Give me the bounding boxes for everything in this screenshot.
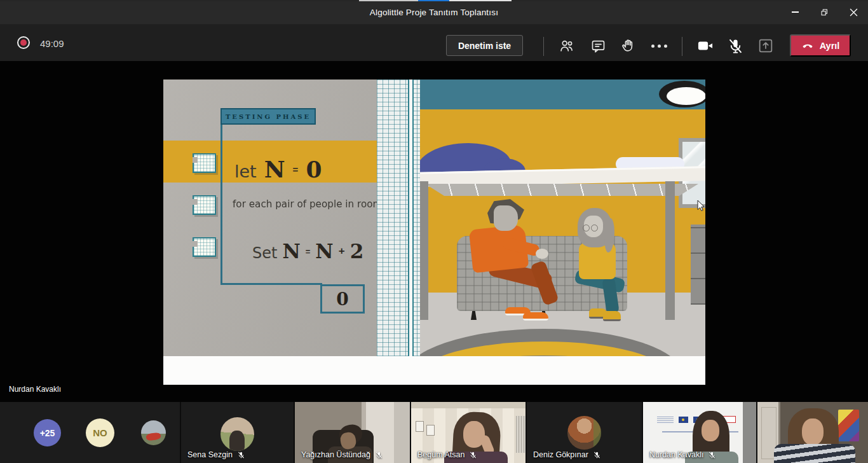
more-options-button[interactable] (648, 35, 670, 57)
teams-meeting-window: Algolittle Proje Tanıtım Toplantısı 49:0… (0, 0, 868, 463)
window-title: Algolittle Proje Tanıtım Toplantısı (370, 8, 498, 17)
mic-muted-icon (237, 451, 245, 459)
nameplate: Nurdan Kavaklı (649, 450, 716, 459)
algorithm-step-2: for each pair of people in room (233, 198, 369, 210)
toolbar-divider (682, 37, 682, 56)
man-character (470, 199, 565, 321)
participant-tile-sena-sezgin[interactable]: Sena Sezgin (181, 402, 294, 463)
slide-bottom-margin (163, 356, 705, 385)
flow-line-horizontal (220, 283, 322, 285)
close-icon (850, 8, 858, 17)
participant-tile-yagizhan-ustundag[interactable]: Yağızhan Üstündağ (295, 402, 410, 463)
participant-tile-deniz-gokpinar[interactable]: Deniz Gökpınar (527, 402, 642, 463)
meeting-toolbar: 49:09 Denetim iste (0, 24, 868, 61)
cartoon-scene: TESTING PHASE let N = 0 for each pair of… (163, 79, 705, 356)
background-window-strip (0, 0, 868, 1)
close-button[interactable] (839, 0, 868, 24)
dresser (691, 225, 705, 305)
raise-hand-button[interactable] (618, 35, 639, 57)
video-person (802, 418, 824, 445)
participant-tile-nurdan-kavakli[interactable]: Nurdan Kavaklı (643, 402, 756, 463)
toolbar-divider (543, 37, 544, 56)
restore-button[interactable] (810, 0, 839, 24)
overflow-count-badge[interactable]: +25 (34, 419, 61, 446)
mic-muted-icon (708, 451, 716, 459)
initials-avatar[interactable]: NO (86, 418, 114, 447)
participants-icon (558, 38, 575, 55)
leave-call-icon (801, 39, 814, 52)
counter-box: 0 (320, 284, 365, 314)
title-bar: Algolittle Proje Tanıtım Toplantısı (0, 0, 868, 24)
leave-button[interactable]: Ayrıl (790, 34, 851, 57)
mic-toggle-button[interactable] (724, 35, 746, 57)
living-room (420, 79, 705, 356)
nameplate: Deniz Gökpınar (533, 450, 601, 459)
photo-avatar[interactable] (141, 420, 166, 445)
participant-name: Deniz Gökpınar (533, 450, 588, 459)
chat-icon (590, 38, 607, 55)
woman-character (565, 208, 641, 321)
background-active-tab-segment (418, 0, 449, 1)
participant-filmstrip: +25 NO Sena Sezgin Yağızhan Üstünda (0, 402, 868, 463)
ceiling-lamp (659, 81, 705, 107)
share-screen-icon (757, 37, 775, 55)
nameplate: Sena Sezgin (187, 450, 245, 459)
wall-poster (838, 410, 859, 441)
shared-slide: TESTING PHASE let N = 0 for each pair of… (163, 79, 705, 385)
nameplate: Begüm Atsan (417, 450, 477, 459)
window-controls (780, 0, 868, 24)
flow-line-vertical (220, 125, 222, 284)
avatar (220, 417, 254, 451)
camera-toggle-button[interactable] (695, 35, 716, 57)
avatar (567, 416, 601, 450)
grid-paper-icon (193, 237, 216, 257)
participant-overflow-tile[interactable]: +25 NO (0, 402, 180, 463)
participant-tile-unnamed[interactable] (757, 402, 868, 463)
mesh-wall (377, 79, 420, 356)
background-tab-segment (449, 0, 512, 1)
mic-muted-icon (727, 38, 744, 55)
grid-paper-icon (193, 153, 216, 173)
algorithm-step-3: Set N = N + 2 (252, 234, 363, 261)
video-person (702, 420, 719, 441)
request-control-button[interactable]: Denetim iste (446, 35, 523, 56)
algorithm-panel: TESTING PHASE let N = 0 for each pair of… (163, 79, 377, 356)
leave-button-label: Ayrıl (820, 41, 840, 51)
mic-muted-icon (469, 451, 477, 459)
mic-muted-icon (375, 451, 383, 459)
mic-muted-icon (593, 451, 601, 459)
algorithm-step-1: let N = 0 (234, 149, 322, 180)
grid-paper-icon (193, 195, 216, 215)
mouse-cursor (697, 200, 705, 214)
bunk-bed-leg (665, 181, 675, 320)
minimize-button[interactable] (780, 0, 810, 24)
recording-indicator (17, 36, 30, 49)
participant-name: Yağızhan Üstündağ (301, 450, 370, 459)
radiator (516, 416, 526, 453)
participants-button[interactable] (555, 35, 577, 57)
participant-name: Begüm Atsan (417, 450, 465, 459)
bunk-bed-slats (425, 184, 698, 196)
bunk-bed-leg (420, 181, 428, 320)
share-screen-button[interactable] (755, 35, 776, 57)
nameplate: Yağızhan Üstündağ (301, 450, 383, 459)
picture-frame (426, 425, 435, 436)
presenter-name-overlay: Nurdan Kavaklı (9, 385, 61, 394)
picture-frame (416, 421, 424, 432)
restore-icon (820, 8, 829, 17)
participant-name: Sena Sezgin (187, 450, 233, 459)
participant-tile-begum-atsan[interactable]: Begüm Atsan (411, 402, 526, 463)
camera-on-icon (696, 37, 714, 55)
raise-hand-icon (620, 38, 637, 55)
background-tab-segment (359, 0, 418, 1)
chat-button[interactable] (587, 35, 609, 57)
video-person (774, 444, 855, 463)
phase-label: TESTING PHASE (220, 108, 316, 125)
more-options-icon (651, 45, 667, 48)
participant-name: Nurdan Kavaklı (649, 450, 703, 459)
minimize-icon (792, 11, 799, 13)
meeting-timer: 49:09 (40, 38, 64, 49)
